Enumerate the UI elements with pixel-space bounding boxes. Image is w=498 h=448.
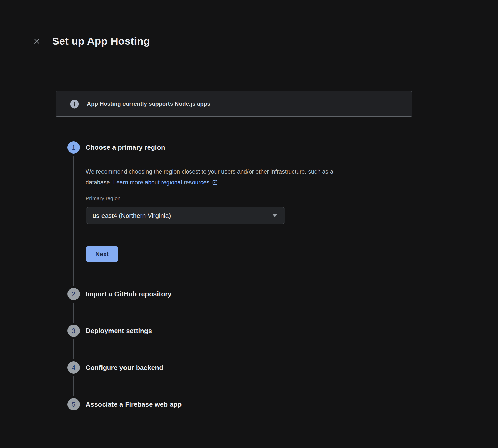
step-4-number-badge: 4 xyxy=(67,361,80,374)
step-4-rail: 4 xyxy=(67,361,80,398)
step-1-number-badge: 1 xyxy=(67,141,80,154)
banner-text: App Hosting currently supports Node.js a… xyxy=(87,101,210,107)
step-5-rail: 5 xyxy=(67,398,80,410)
step-3-rail: 3 xyxy=(67,325,80,361)
page-title: Set up App Hosting xyxy=(52,35,150,47)
dropdown-arrow-icon xyxy=(272,214,277,217)
step-connector xyxy=(73,339,74,359)
close-button[interactable] xyxy=(32,36,42,46)
external-link-icon xyxy=(212,180,218,185)
description-line-1: We recommend choosing the region closest… xyxy=(86,168,333,175)
step-connector xyxy=(73,156,74,286)
step-4-title: Configure your backend xyxy=(86,361,498,374)
step-1-title: Choose a primary region xyxy=(86,141,498,154)
step-1-content: We recommend choosing the region closest… xyxy=(86,154,498,262)
step-connector xyxy=(73,303,74,323)
learn-more-label: Learn more about regional resources xyxy=(113,179,209,186)
step-2-number-badge: 2 xyxy=(67,288,80,300)
step-2-title: Import a GitHub repository xyxy=(86,288,498,300)
description-line-2: database. xyxy=(86,179,113,186)
primary-region-select-value: us-east4 (Northern Virginia) xyxy=(93,212,171,219)
info-banner: App Hosting currently supports Node.js a… xyxy=(56,91,412,117)
step-5-number-badge: 5 xyxy=(67,398,80,410)
setup-stepper: 1 Choose a primary region We recommend c… xyxy=(67,141,498,410)
step-5-title: Associate a Firebase web app xyxy=(86,398,498,410)
step-3-title: Deployment settings xyxy=(86,325,498,337)
close-icon xyxy=(32,37,41,46)
step-1-description: We recommend choosing the region closest… xyxy=(86,166,498,188)
next-button[interactable]: Next xyxy=(86,246,118,262)
setup-app-hosting-dialog: Set up App Hosting App Hosting currently… xyxy=(0,0,498,410)
dialog-header: Set up App Hosting xyxy=(0,0,498,47)
step-3-number-badge: 3 xyxy=(67,325,80,337)
primary-region-label: Primary region xyxy=(86,195,498,202)
learn-more-link[interactable]: Learn more about regional resources xyxy=(113,179,218,186)
step-1-rail: 1 xyxy=(67,141,80,288)
step-deployment-settings: 3 Deployment settings xyxy=(67,325,498,361)
step-connector xyxy=(73,376,74,396)
step-import-github-repository: 2 Import a GitHub repository xyxy=(67,288,498,325)
step-choose-primary-region: 1 Choose a primary region We recommend c… xyxy=(67,141,498,288)
primary-region-select[interactable]: us-east4 (Northern Virginia) xyxy=(86,207,285,224)
step-associate-firebase-web-app: 5 Associate a Firebase web app xyxy=(67,398,498,410)
info-icon xyxy=(70,99,79,109)
step-1-body: Choose a primary region We recommend cho… xyxy=(86,141,498,288)
step-configure-your-backend: 4 Configure your backend xyxy=(67,361,498,398)
step-2-rail: 2 xyxy=(67,288,80,325)
